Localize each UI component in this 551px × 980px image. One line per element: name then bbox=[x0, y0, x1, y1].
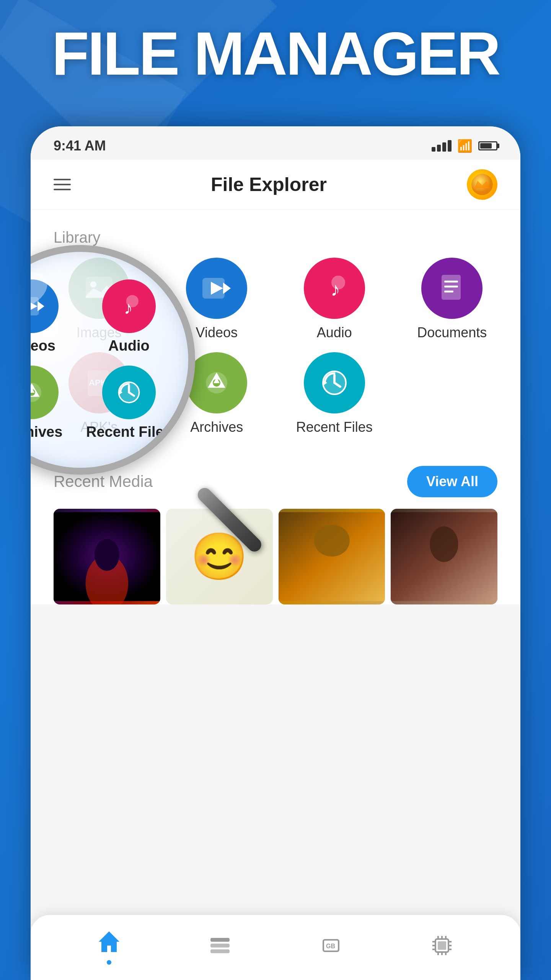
library-item-recent[interactable]: Recent Files bbox=[281, 352, 388, 435]
wifi-icon: 📶 bbox=[457, 139, 473, 153]
header-title: File Explorer bbox=[211, 173, 327, 196]
documents-label: Documents bbox=[417, 325, 487, 341]
svg-marker-30 bbox=[37, 301, 44, 312]
svg-rect-47 bbox=[438, 941, 446, 950]
recent-label: Recent Files bbox=[296, 419, 373, 435]
nav-home[interactable] bbox=[94, 926, 124, 965]
memory-icon: GB bbox=[316, 930, 346, 961]
status-bar: 9:41 AM 📶 bbox=[31, 126, 520, 160]
svg-marker-40 bbox=[99, 931, 119, 952]
magnifier-content: Videos ♪ Audio bbox=[31, 272, 179, 448]
storage-icon bbox=[205, 930, 235, 961]
nav-cpu[interactable] bbox=[427, 930, 457, 961]
library-item-audio[interactable]: ♪ Audio bbox=[281, 258, 388, 341]
mag-item-audio: ♪ Audio bbox=[86, 279, 172, 354]
avatar[interactable] bbox=[467, 169, 497, 200]
bottom-nav: GB bbox=[31, 915, 520, 980]
mag-archives-label: Archives bbox=[31, 424, 62, 440]
view-all-button[interactable]: View All bbox=[407, 466, 497, 497]
phone-mockup: 9:41 AM 📶 File Explorer bbox=[31, 126, 520, 980]
menu-button[interactable] bbox=[54, 179, 71, 190]
status-time: 9:41 AM bbox=[54, 138, 106, 154]
app-header: File Explorer bbox=[31, 160, 520, 210]
home-icon bbox=[94, 926, 124, 957]
status-icons: 📶 bbox=[432, 139, 497, 153]
svg-rect-41 bbox=[210, 938, 230, 942]
app-title: FILE MANAGER bbox=[0, 23, 551, 84]
mag-audio-icon: ♪ bbox=[102, 279, 156, 333]
svg-marker-6 bbox=[223, 283, 231, 294]
svg-text:GB: GB bbox=[326, 943, 335, 949]
svg-rect-11 bbox=[444, 281, 458, 283]
svg-rect-42 bbox=[210, 944, 230, 947]
mag-videos-label: Videos bbox=[31, 338, 55, 354]
magnifier-overlay: Videos ♪ Audio bbox=[31, 245, 218, 536]
nav-memory[interactable]: GB bbox=[316, 930, 346, 961]
svg-point-24 bbox=[95, 539, 119, 571]
battery-icon bbox=[478, 141, 497, 150]
svg-point-28 bbox=[430, 526, 458, 562]
svg-point-1 bbox=[471, 174, 493, 195]
svg-rect-12 bbox=[444, 286, 458, 287]
media-thumb-3[interactable] bbox=[279, 509, 385, 604]
svg-rect-13 bbox=[444, 291, 453, 292]
signal-icon bbox=[432, 140, 452, 152]
svg-rect-43 bbox=[210, 949, 230, 953]
documents-icon bbox=[421, 258, 483, 319]
mag-recent-label: Recent Files bbox=[86, 424, 172, 440]
nav-storage[interactable] bbox=[205, 930, 235, 961]
mag-recent-icon bbox=[102, 366, 156, 419]
mag-item-archives: Archives bbox=[31, 366, 75, 440]
svg-text:♪: ♪ bbox=[124, 298, 133, 318]
cpu-icon bbox=[427, 930, 457, 961]
svg-text:♪: ♪ bbox=[331, 279, 340, 300]
audio-icon: ♪ bbox=[304, 258, 365, 319]
media-thumb-4[interactable] bbox=[391, 509, 497, 604]
recent-icon bbox=[304, 352, 365, 413]
svg-point-26 bbox=[314, 524, 349, 557]
magnifier-glass: Videos ♪ Audio bbox=[31, 245, 195, 475]
mag-item-recent: Recent Files bbox=[86, 366, 172, 440]
home-active-dot bbox=[107, 960, 111, 965]
audio-label: Audio bbox=[317, 325, 352, 341]
mag-archives-icon bbox=[31, 366, 59, 419]
mag-audio-label: Audio bbox=[108, 338, 150, 354]
library-item-documents[interactable]: Documents bbox=[399, 258, 505, 341]
